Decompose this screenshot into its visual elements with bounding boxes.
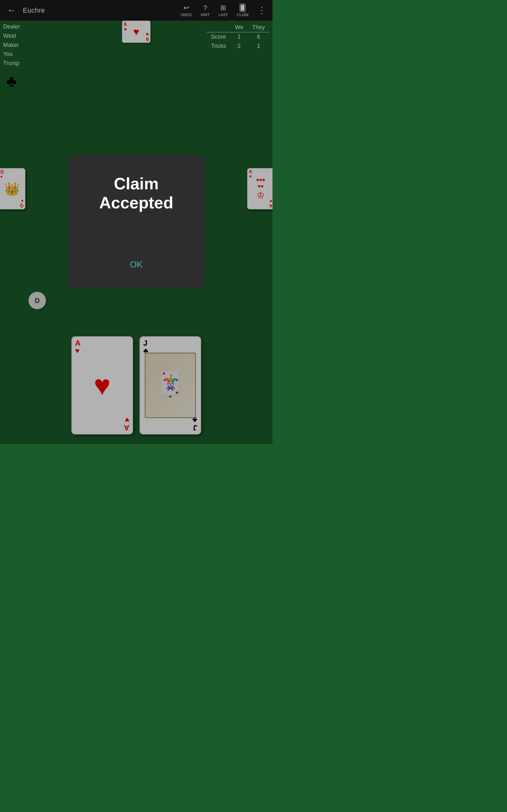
- claim-accepted-dialog: Claim Accepted OK: [68, 155, 205, 289]
- modal-overlay: Claim Accepted OK: [0, 0, 273, 444]
- modal-title: Claim Accepted: [99, 174, 173, 212]
- modal-ok-button[interactable]: OK: [120, 256, 152, 273]
